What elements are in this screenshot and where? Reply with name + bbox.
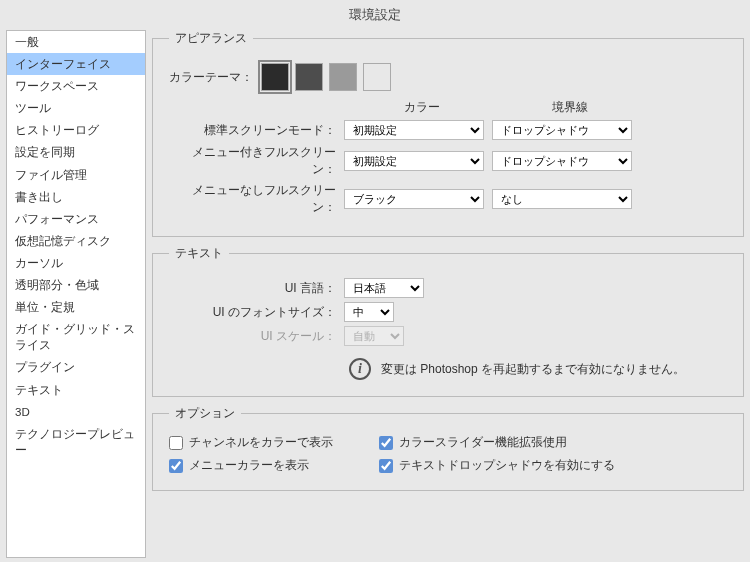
screen-mode-color-select[interactable]: 初期設定 [344, 120, 484, 140]
screen-mode-label: メニュー付きフルスクリーン： [169, 144, 344, 178]
option-checkbox[interactable] [169, 459, 183, 473]
screen-mode-border-select[interactable]: ドロップシャドウ [492, 151, 632, 171]
color-swatch[interactable] [329, 63, 357, 91]
sidebar-item[interactable]: 透明部分・色域 [7, 274, 145, 296]
option-label: チャンネルをカラーで表示 [189, 434, 333, 451]
color-swatch[interactable] [363, 63, 391, 91]
sidebar-item[interactable]: ガイド・グリッド・スライス [7, 318, 145, 356]
screen-mode-color-select[interactable]: ブラック [344, 189, 484, 209]
option-item: カラースライダー機能拡張使用 [379, 434, 727, 451]
screen-mode-border-select[interactable]: ドロップシャドウ [492, 120, 632, 140]
options-grid: チャンネルをカラーで表示カラースライダー機能拡張使用メニューカラーを表示テキスト… [169, 434, 727, 474]
ui-scale-select: 自動 [344, 326, 404, 346]
color-swatch[interactable] [295, 63, 323, 91]
info-text: 変更は Photoshop を再起動するまで有効になりません。 [381, 361, 685, 378]
ui-lang-select[interactable]: 日本語 [344, 278, 424, 298]
sidebar-item[interactable]: 一般 [7, 31, 145, 53]
info-row: i 変更は Photoshop を再起動するまで有効になりません。 [169, 358, 727, 380]
option-item: テキストドロップシャドウを有効にする [379, 457, 727, 474]
screen-mode-row: 標準スクリーンモード：初期設定ドロップシャドウ [169, 120, 727, 140]
option-item: チャンネルをカラーで表示 [169, 434, 359, 451]
option-label: メニューカラーを表示 [189, 457, 309, 474]
option-item: メニューカラーを表示 [169, 457, 359, 474]
ui-lang-label: UI 言語： [169, 280, 344, 297]
color-theme-row: カラーテーマ： [169, 63, 727, 91]
sidebar-item[interactable]: テキスト [7, 379, 145, 401]
sidebar-item[interactable]: ワークスペース [7, 75, 145, 97]
text-group: テキスト UI 言語： 日本語 UI のフォントサイズ： 中 UI スケール： … [152, 245, 744, 397]
option-checkbox[interactable] [379, 459, 393, 473]
screen-mode-label: 標準スクリーンモード： [169, 122, 344, 139]
ui-font-size-select[interactable]: 中 [344, 302, 394, 322]
main-container: 一般インターフェイスワークスペースツールヒストリーログ設定を同期ファイル管理書き… [0, 30, 750, 562]
screen-mode-row: メニューなしフルスクリーン：ブラックなし [169, 182, 727, 216]
color-swatch[interactable] [261, 63, 289, 91]
options-legend: オプション [169, 405, 241, 422]
text-legend: テキスト [169, 245, 229, 262]
screen-mode-border-select[interactable]: なし [492, 189, 632, 209]
sidebar-item[interactable]: テクノロジープレビュー [7, 423, 145, 461]
appearance-legend: アピアランス [169, 30, 253, 47]
info-icon: i [349, 358, 371, 380]
option-checkbox[interactable] [379, 436, 393, 450]
options-group: オプション チャンネルをカラーで表示カラースライダー機能拡張使用メニューカラーを… [152, 405, 744, 491]
sidebar-item[interactable]: 書き出し [7, 186, 145, 208]
sidebar-item[interactable]: 仮想記憶ディスク [7, 230, 145, 252]
appearance-group: アピアランス カラーテーマ： カラー 境界線 標準スクリーンモード：初期設定ドロ… [152, 30, 744, 237]
sidebar-item[interactable]: ヒストリーログ [7, 119, 145, 141]
screen-mode-color-select[interactable]: 初期設定 [344, 151, 484, 171]
option-checkbox[interactable] [169, 436, 183, 450]
sidebar-item[interactable]: パフォーマンス [7, 208, 145, 230]
sidebar-item[interactable]: インターフェイス [7, 53, 145, 75]
header-color: カラー [352, 99, 492, 116]
color-theme-label: カラーテーマ： [169, 69, 261, 86]
screen-mode-label: メニューなしフルスクリーン： [169, 182, 344, 216]
sidebar-item[interactable]: ツール [7, 97, 145, 119]
sidebar-item[interactable]: 単位・定規 [7, 296, 145, 318]
window-title: 環境設定 [0, 0, 750, 30]
screen-mode-row: メニュー付きフルスクリーン：初期設定ドロップシャドウ [169, 144, 727, 178]
sidebar-item[interactable]: カーソル [7, 252, 145, 274]
sidebar: 一般インターフェイスワークスペースツールヒストリーログ設定を同期ファイル管理書き… [6, 30, 146, 558]
color-theme-swatches [261, 63, 391, 91]
option-label: テキストドロップシャドウを有効にする [399, 457, 615, 474]
sidebar-item[interactable]: プラグイン [7, 356, 145, 378]
content: アピアランス カラーテーマ： カラー 境界線 標準スクリーンモード：初期設定ドロ… [152, 30, 744, 558]
ui-font-size-label: UI のフォントサイズ： [169, 304, 344, 321]
option-label: カラースライダー機能拡張使用 [399, 434, 567, 451]
ui-scale-label: UI スケール： [169, 328, 344, 345]
sidebar-item[interactable]: 設定を同期 [7, 141, 145, 163]
header-border: 境界線 [500, 99, 640, 116]
sidebar-item[interactable]: 3D [7, 401, 145, 423]
column-headers: カラー 境界線 [352, 99, 727, 116]
sidebar-item[interactable]: ファイル管理 [7, 164, 145, 186]
